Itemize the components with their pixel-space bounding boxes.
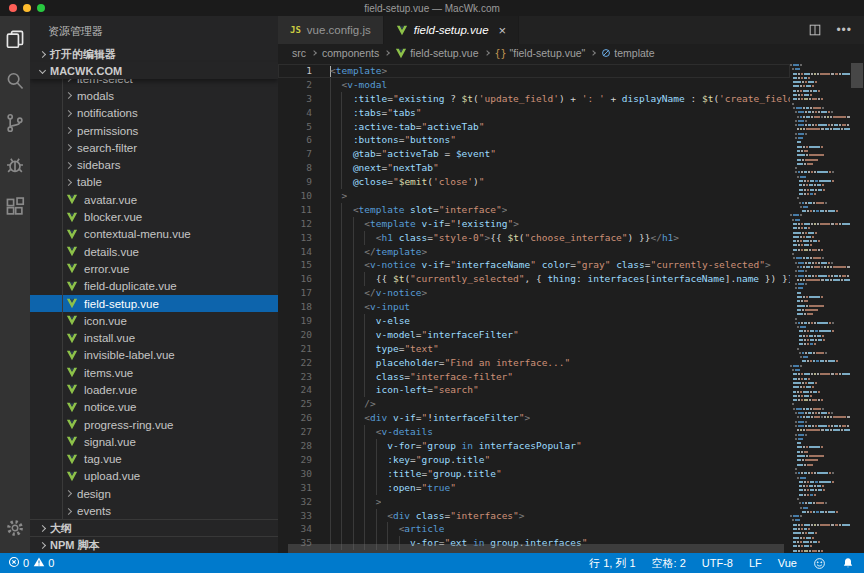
tree-item-label: error.vue: [84, 263, 129, 275]
debug-icon[interactable]: [0, 144, 30, 186]
chevron-right-icon: [65, 110, 72, 117]
tree-item-tag-vue[interactable]: tag.vue: [30, 451, 278, 468]
tree-item-table[interactable]: table: [30, 174, 278, 191]
status-label: UTF-8: [702, 557, 733, 569]
vue-file-icon: [66, 229, 78, 240]
code-line-12: 12<template v-if="!existing">: [278, 217, 790, 231]
settings-gear-icon[interactable]: [0, 507, 30, 549]
minimap[interactable]: [790, 62, 850, 553]
tree-item-label: sidebars: [77, 159, 120, 171]
status-item-5[interactable]: Vue: [778, 557, 797, 569]
tree-item-design[interactable]: design: [30, 485, 278, 502]
maximize-window-icon[interactable]: [37, 4, 45, 12]
code-line-2: 2<v-modal: [278, 78, 790, 92]
status-item-3[interactable]: UTF-8: [702, 557, 733, 569]
outline-section[interactable]: 大纲: [30, 519, 278, 536]
code-line-4: 4:tabs="tabs": [278, 106, 790, 120]
line-number: 16: [278, 272, 312, 286]
tree-item-events[interactable]: events: [30, 502, 278, 519]
tree-item-label: avatar.vue: [84, 194, 137, 206]
status-errors[interactable]: 0: [8, 556, 29, 570]
chevron-right-icon: [65, 179, 72, 186]
open-editors-section[interactable]: 打开的编辑器: [30, 46, 278, 62]
tab-field-setup-vue[interactable]: field-setup.vue×: [384, 16, 519, 44]
tree-item-permissions[interactable]: permissions: [30, 122, 278, 139]
code-line-10: 10>: [278, 189, 790, 203]
horizontal-scrollbar[interactable]: [288, 544, 784, 553]
code-line-14: 14</template>: [278, 245, 790, 259]
tree-item-label: field-duplicate.vue: [84, 280, 177, 292]
close-tab-icon[interactable]: ×: [499, 23, 507, 38]
breadcrumb-item-4[interactable]: {}"field-setup.vue": [495, 47, 586, 59]
status-item-1[interactable]: 行 1, 列 1: [589, 556, 635, 571]
tree-item-install-vue[interactable]: install.vue: [30, 329, 278, 346]
vue-file-icon: [66, 384, 78, 395]
tree-item-progress-ring-vue[interactable]: progress-ring.vue: [30, 416, 278, 433]
tree-item-search-filter[interactable]: search-filter: [30, 139, 278, 156]
code-line-31: 31:open="true": [278, 481, 790, 495]
tree-item-notifications[interactable]: notifications: [30, 105, 278, 122]
source-control-icon[interactable]: [0, 102, 30, 144]
tree-item-field-setup-vue[interactable]: field-setup.vue: [30, 295, 278, 312]
vue-file-icon: [66, 436, 78, 447]
tree-item-invisible-label-vue[interactable]: invisible-label.vue: [30, 347, 278, 364]
error-icon: [8, 556, 20, 570]
vue-file-icon: [395, 48, 407, 59]
status-item-2[interactable]: 空格: 2: [652, 556, 686, 571]
status-item-4[interactable]: LF: [749, 557, 762, 569]
tree-item-icon-vue[interactable]: icon.vue: [30, 312, 278, 329]
line-number: 5: [278, 120, 312, 134]
template-symbol-icon: [601, 48, 611, 58]
code-line-26: 26<div v-if="!interfaceFilter">: [278, 411, 790, 425]
scrollbar-slider[interactable]: [851, 63, 863, 88]
tree-item-avatar-vue[interactable]: avatar.vue: [30, 191, 278, 208]
tree-item-contextual-menu-vue[interactable]: contextual-menu.vue: [30, 226, 278, 243]
chevron-right-icon: [65, 162, 72, 169]
tree-item-label: notifications: [77, 107, 138, 119]
tree-item-sidebars[interactable]: sidebars: [30, 156, 278, 173]
chevron-down-icon: [39, 67, 46, 74]
breadcrumb-item-5[interactable]: template: [601, 47, 654, 59]
tab-label: field-setup.vue: [414, 24, 489, 36]
bell-icon[interactable]: [842, 557, 854, 569]
code-line-30: 30:title="group.title": [278, 467, 790, 481]
tree-item-label: table: [77, 176, 102, 188]
breadcrumb-item-2[interactable]: components: [322, 47, 379, 59]
tree-item-signal-vue[interactable]: signal.vue: [30, 433, 278, 450]
workspace-root-section[interactable]: MACWK.COM: [30, 62, 278, 79]
tree-item-loader-vue[interactable]: loader.vue: [30, 381, 278, 398]
tree-item-label: events: [77, 505, 111, 517]
tree-item-item-select[interactable]: item-select: [30, 79, 278, 87]
tree-item-notice-vue[interactable]: notice.vue: [30, 399, 278, 416]
minimize-window-icon[interactable]: [23, 4, 31, 12]
vue-file-icon: [66, 212, 78, 223]
chevron-right-icon: [65, 144, 72, 151]
tree-item-items-vue[interactable]: items.vue: [30, 364, 278, 381]
more-actions-icon[interactable]: •••: [836, 23, 852, 37]
tree-item-blocker-vue[interactable]: blocker.vue: [30, 208, 278, 225]
tree-item-field-duplicate-vue[interactable]: field-duplicate.vue: [30, 278, 278, 295]
npm-scripts-section[interactable]: NPM 脚本: [30, 536, 278, 553]
breadcrumb-item-3[interactable]: field-setup.vue: [395, 47, 478, 59]
line-number: 7: [278, 147, 312, 161]
extensions-icon[interactable]: [0, 186, 30, 228]
search-icon[interactable]: [0, 60, 30, 102]
split-editor-icon[interactable]: [808, 23, 822, 37]
feedback-smiley-icon[interactable]: [813, 557, 826, 570]
chevron-right-icon: [65, 508, 72, 515]
tree-item-details-vue[interactable]: details.vue: [30, 243, 278, 260]
tab-vue-config-js[interactable]: JSvue.config.js: [278, 16, 384, 44]
code-editor[interactable]: 1<template>2<v-modal3:title="existing ? …: [278, 62, 864, 553]
code-line-6: 6:buttons="buttons": [278, 133, 790, 147]
line-number: 25: [278, 397, 312, 411]
explorer-files-icon[interactable]: [0, 18, 30, 60]
tree-item-modals[interactable]: modals: [30, 87, 278, 104]
tree-item-upload-vue[interactable]: upload.vue: [30, 468, 278, 485]
code-line-5: 5:active-tab="activeTab": [278, 120, 790, 134]
breadcrumb-item-1[interactable]: src: [292, 47, 306, 59]
code-line-17: 17</v-notice>: [278, 286, 790, 300]
close-window-icon[interactable]: [9, 4, 17, 12]
tree-item-error-vue[interactable]: error.vue: [30, 260, 278, 277]
status-warnings[interactable]: 0: [33, 556, 54, 570]
vertical-scrollbar[interactable]: [850, 62, 864, 553]
